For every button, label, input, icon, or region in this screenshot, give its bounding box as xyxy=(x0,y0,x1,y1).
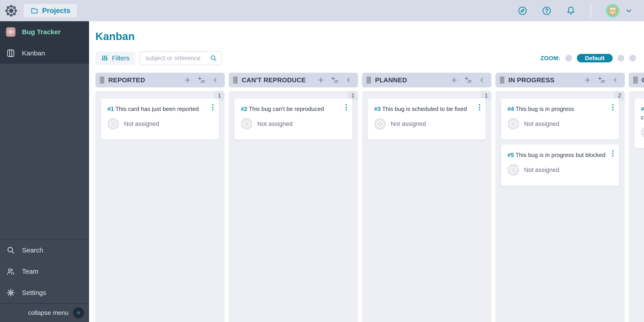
column-header: CAN'T REPRODUCE xyxy=(229,73,358,87)
projects-button[interactable]: Projects xyxy=(24,4,77,17)
card-title: #4 This bug is in progress xyxy=(508,105,606,113)
add-card-icon[interactable] xyxy=(184,76,192,84)
column-cards: # c xyxy=(629,91,644,148)
filters-button[interactable]: Filters xyxy=(95,51,136,65)
fold-column-icon[interactable] xyxy=(344,76,353,84)
unassigned-avatar-icon xyxy=(641,127,644,138)
kanban-card[interactable]: #4 This bug is in progress Not assigned xyxy=(501,98,619,140)
card-title: #2 This bug can't be reproduced xyxy=(241,105,339,113)
add-card-icon[interactable] xyxy=(317,76,325,84)
card-assign-row: Not assigned xyxy=(241,118,339,130)
card-ref[interactable]: # xyxy=(641,106,644,112)
topbar-divider xyxy=(590,4,591,17)
card-assign-row xyxy=(641,127,644,138)
bulk-add-icon[interactable] xyxy=(197,76,206,84)
column-header: REPORTED xyxy=(95,73,225,87)
page-title: Kanban xyxy=(95,30,636,43)
status-color-swatch xyxy=(100,76,104,84)
card-assign-row: Not assigned xyxy=(508,164,606,176)
zoom-level-default[interactable]: Default xyxy=(577,54,613,62)
bulk-add-icon[interactable] xyxy=(598,76,606,84)
board-toolbar: Filters ZOOM: Default xyxy=(89,51,644,65)
card-ref[interactable]: #3 xyxy=(374,106,381,112)
card-options-kebab-icon[interactable] xyxy=(211,103,215,112)
projects-button-label: Projects xyxy=(42,6,70,15)
help-icon[interactable] xyxy=(541,5,552,16)
unassigned-avatar-icon xyxy=(374,118,386,130)
column-cards: #4 This bug is in progress Not assigned … xyxy=(496,91,625,186)
column-body: 1 #3 This bug is scheduled to be fixed N… xyxy=(362,91,492,322)
sidebar-spacer xyxy=(0,64,89,239)
zoom-level-full[interactable] xyxy=(629,55,636,61)
sidebar-item-team[interactable]: Team xyxy=(0,261,89,282)
fold-column-icon[interactable] xyxy=(478,76,486,84)
card-ref[interactable]: #2 xyxy=(241,106,247,112)
card-title: # c xyxy=(641,105,644,122)
sidebar-footer: Search Team xyxy=(0,239,89,303)
column-title: C xyxy=(642,76,644,84)
sidebar-item-search[interactable]: Search xyxy=(0,240,89,261)
collapse-menu[interactable]: collapse menu « xyxy=(0,303,89,322)
search-icon[interactable] xyxy=(210,54,218,62)
card-options-kebab-icon[interactable] xyxy=(344,103,348,112)
user-avatar[interactable] xyxy=(606,3,620,18)
fold-column-icon[interactable] xyxy=(611,76,620,84)
chevron-down-icon[interactable] xyxy=(625,6,634,15)
card-assignee: Not assigned xyxy=(524,167,560,174)
kanban-column: PLANNED xyxy=(362,73,492,322)
card-assign-row: Not assigned xyxy=(374,118,472,130)
kanban-card[interactable]: #3 This bug is scheduled to be fixed Not… xyxy=(368,98,486,140)
column-body: # c xyxy=(629,91,644,322)
kanban-column: CAN'T REPRODUCE xyxy=(229,73,358,322)
kanban-card[interactable]: #2 This bug can't be reproduced Not assi… xyxy=(234,98,352,140)
column-body: 2 #4 This bug is in progress Not assigne… xyxy=(496,91,625,322)
card-ref[interactable]: #1 xyxy=(108,106,114,112)
compass-icon[interactable] xyxy=(517,5,528,16)
card-options-kebab-icon[interactable] xyxy=(611,103,615,112)
column-actions xyxy=(450,76,486,84)
sidebar-item-label: Settings xyxy=(22,289,46,297)
collapse-menu-label: collapse menu xyxy=(28,309,68,317)
add-card-icon[interactable] xyxy=(450,76,458,84)
card-title: #3 This bug is scheduled to be fixed xyxy=(374,105,472,113)
kanban-card[interactable]: #1 This card has just been reported Not … xyxy=(101,98,219,140)
notifications-bell-icon[interactable] xyxy=(566,5,576,16)
bulk-add-icon[interactable] xyxy=(464,76,472,84)
column-actions xyxy=(317,76,353,84)
card-options-kebab-icon[interactable] xyxy=(611,149,615,158)
zoom-level-compact[interactable] xyxy=(565,55,572,61)
fold-column-icon[interactable] xyxy=(211,76,219,84)
collapse-menu-icon[interactable]: « xyxy=(73,307,84,319)
filters-sliders-icon xyxy=(101,54,108,62)
topbar: Projects xyxy=(0,0,644,21)
filters-button-label: Filters xyxy=(112,54,130,62)
kanban-card[interactable]: #5 This bug is in progress but blocked N… xyxy=(501,144,619,186)
kanban-column: C xyxy=(629,73,644,322)
bulk-add-icon[interactable] xyxy=(331,76,339,84)
search-icon xyxy=(6,245,16,255)
column-body: 1 #1 This card has just been reported No… xyxy=(95,91,225,322)
card-ref[interactable]: #5 xyxy=(508,152,514,158)
sidebar-item-project[interactable]: Bug Tracker xyxy=(0,21,89,42)
column-cards: #1 This card has just been reported Not … xyxy=(95,91,225,140)
sidebar-item-settings[interactable]: Settings xyxy=(0,282,89,303)
unassigned-avatar-icon xyxy=(508,164,519,176)
sidebar-item-kanban[interactable]: Kanban xyxy=(0,42,89,64)
card-assign-row: Not assigned xyxy=(108,118,206,130)
card-ref[interactable]: #4 xyxy=(508,106,514,112)
kanban-card[interactable]: # c xyxy=(634,98,644,148)
unassigned-avatar-icon xyxy=(108,118,119,130)
card-title: #5 This bug is in progress but blocked xyxy=(508,151,606,159)
kanban-column: IN PROGRESS xyxy=(496,73,625,322)
sidebar-item-label: Kanban xyxy=(22,49,45,57)
kanban-column: REPORTED xyxy=(95,73,225,322)
card-search-input[interactable] xyxy=(145,54,210,62)
card-search-box xyxy=(140,51,222,65)
app-window: Projects xyxy=(0,0,644,322)
column-title: PLANNED xyxy=(375,76,407,84)
zoom-level-detailed[interactable] xyxy=(618,55,624,61)
column-actions xyxy=(184,76,219,84)
taiga-logo[interactable] xyxy=(3,3,19,19)
add-card-icon[interactable] xyxy=(584,76,592,84)
card-options-kebab-icon[interactable] xyxy=(478,103,482,112)
